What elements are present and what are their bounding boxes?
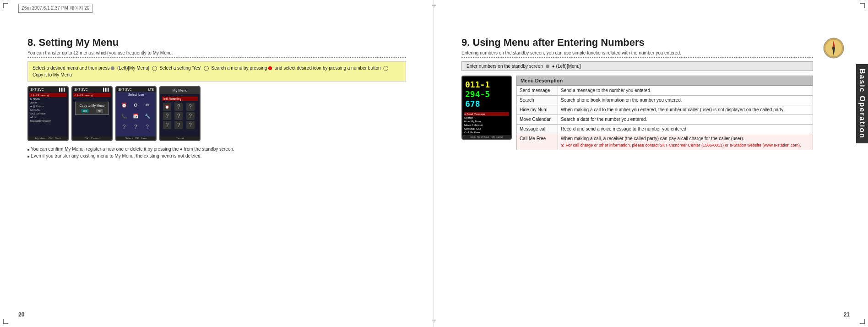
icon-grid: ⏰ ⚙ ✉ 📞 📅 🔧 ? ? ? — [117, 98, 155, 134]
section-title-left: 8. Setting My Menu — [27, 37, 406, 49]
instruction-box: Select a desired menu and then press (Le… — [27, 61, 406, 82]
phone-menu-overlay: ● Send Message Search Hide My Num Move C… — [462, 111, 511, 135]
menu-item-4: ● @Playon — [29, 104, 67, 108]
menu-item-3: Junie — [29, 101, 67, 104]
icon-cell-3: ✉ — [142, 100, 152, 110]
icon-cell-2: ⚙ — [130, 100, 141, 110]
number-line-1: 011-1 — [465, 80, 508, 89]
icon-cell-9: ? — [142, 122, 152, 132]
screen-2-header-right: ▌▌▌ — [103, 88, 110, 91]
screen-4-icon-9: ? — [186, 121, 195, 129]
menu-name-6: Call Me Free — [517, 134, 558, 150]
section-desc-left: You can transfer up to 12 menus, which y… — [27, 50, 406, 58]
select-icon-label: Select Icon — [116, 92, 156, 97]
yes-no-dialog: Copy to My Menu Yes No — [75, 102, 109, 115]
enter-bar-action: ● (Left)[Menu] — [552, 64, 581, 69]
menu-item-8: KoreaSKTelecom — [29, 119, 67, 123]
note-1: You can confirm My Menu, register a new … — [27, 146, 406, 153]
screen-4-icon-6: ? — [186, 112, 195, 120]
screen-4-icon-8: ? — [174, 121, 183, 129]
screen-2-header: SKT SVC ▌▌▌ — [72, 87, 112, 92]
menu-desc-header: Menu Description — [516, 76, 813, 86]
header-stamp: Z6m 2007.6.1 2:37 PM 페이지 20 — [18, 4, 92, 13]
svg-point-4 — [832, 47, 835, 49]
screen-4-icon-7: ? — [163, 121, 171, 129]
side-label: Basic Operation — [856, 64, 868, 143]
screen-4-icons: ⏰ ? ? ? ? ? ? ? ? — [162, 102, 198, 130]
screen-4-body: Intl Roaming ⏰ ? ? ? ? ? ? ? ? — [160, 94, 200, 136]
screen-3-header-left: SKT SVC — [118, 88, 132, 91]
menu-desc-table: Menu Description Send message Send a mes… — [516, 76, 813, 150]
menu-desc-6-text: When making a call, a receiver (the call… — [561, 136, 744, 141]
screen-4-icon-3: ? — [186, 103, 195, 111]
number-line-3: 678 — [465, 99, 508, 109]
screen-2-footer: OK Cancel — [72, 136, 112, 140]
my-menu-title: My Menu — [160, 87, 200, 94]
table-row: Search Search phone book information on … — [517, 96, 813, 105]
enter-numbers-bar: Enter numbers on the standby screen ● (L… — [461, 61, 813, 71]
menu-name-2: Search — [517, 96, 558, 105]
icon-cell-8: ? — [130, 122, 141, 132]
overlay-item-3: Hide My Num — [464, 120, 509, 123]
overlay-item-1: ● Send Message — [464, 112, 509, 116]
screen-3-header: SKT SVC LTE — [116, 87, 156, 92]
left-page: Z6m 2007.6.1 2:37 PM 페이지 20 8. Setting M… — [0, 0, 434, 327]
menu-name-5: Message call — [517, 125, 558, 134]
overlay-item-5: Message Call — [464, 127, 509, 131]
menu-desc-3: When making a call to the number you ent… — [558, 105, 813, 115]
screen-4-icon-1: ⏰ — [163, 103, 171, 111]
bullet-red-1 — [268, 66, 272, 70]
screen-4-icon-2: ? — [174, 103, 183, 111]
menu-name-1: Send message — [517, 86, 558, 96]
icon-cell-7: ? — [119, 122, 129, 132]
page-number-right: 21 — [844, 311, 850, 318]
phone-screens-row: SKT SVC ▌▌▌ ✓ Intl Roaming N NATE Junie … — [27, 86, 406, 141]
phone-screen-3: SKT SVC LTE Select Icon ⏰ ⚙ ✉ 📞 📅 🔧 ? ? … — [115, 86, 157, 141]
phone-preview-footer: Menu Put off Save OK Cancel — [462, 135, 511, 139]
overlay-item-2: Search — [464, 116, 509, 120]
yes-button[interactable]: Yes — [81, 109, 89, 113]
menu-desc-6: When making a call, a receiver (the call… — [558, 134, 813, 150]
phone-screen-1: SKT SVC ▌▌▌ ✓ Intl Roaming N NATE Junie … — [27, 86, 69, 141]
page-container: + + Z6m 2007.6.1 2:37 PM 페이지 20 8. Setti… — [0, 0, 868, 327]
overlay-item-6: Call Me Free — [464, 131, 509, 134]
page-number-left: 20 — [18, 311, 24, 318]
screen-2-header-left: SKT SVC — [74, 88, 88, 91]
note-2: Even if you transfer any existing menu t… — [27, 153, 406, 159]
screen-3-footer: Select OK New — [116, 136, 156, 140]
screen-4-footer: Cancel — [160, 136, 200, 140]
screen-4-icon-4: ? — [163, 112, 171, 120]
enter-bar-text: Enter numbers on the standby screen — [467, 64, 543, 69]
menu-desc-2: Search phone book information on the num… — [558, 96, 813, 105]
screen-3-header-right: LTE — [148, 88, 154, 91]
no-button[interactable]: No — [96, 109, 103, 113]
instruction-text: Select a desired menu and then press (Le… — [33, 65, 390, 77]
phone-screen-4: My Menu Intl Roaming ⏰ ? ? ? ? ? ? ? ? — [159, 86, 201, 141]
right-page: 9. Using Menu after Entering Numbers Ent… — [434, 0, 868, 327]
menu-desc-5: Record and send a voice message to the n… — [558, 125, 813, 134]
menu-item-2: N NATE — [29, 97, 67, 101]
menu-name-3: Hide my Num — [517, 105, 558, 115]
menu-desc-1: Send a message to the number you entered… — [558, 86, 813, 96]
screen-4-icon-5: ? — [174, 112, 183, 120]
menu-name-4: Move Calendar — [517, 115, 558, 125]
compass-icon — [822, 37, 845, 60]
screen-2-body: ✓ Intl Roaming Copy to My Menu Yes No — [72, 92, 112, 136]
menu-desc-4: Search a date for the number you entered… — [558, 115, 813, 125]
menu-item-7: ●114 — [29, 115, 67, 119]
screen-1-body: ✓ Intl Roaming N NATE Junie ● @Playon Gk… — [28, 92, 68, 136]
phone-preview: 011-1 294-5 678 ● Send Message Search Hi… — [461, 76, 512, 140]
screen-3-body: ⏰ ⚙ ✉ 📞 📅 🔧 ? ? ? — [116, 97, 156, 136]
table-row: Hide my Num When making a call to the nu… — [517, 105, 813, 115]
phone-screen-2: SKT SVC ▌▌▌ ✓ Intl Roaming Copy to My Me… — [71, 86, 113, 141]
icon-cell-5: 📅 — [130, 111, 141, 121]
menu-table: Send message Send a message to the numbe… — [516, 86, 813, 150]
bullet-gray-1 — [111, 66, 114, 70]
yes-no-buttons: Yes No — [77, 109, 107, 113]
table-row: Call Me Free When making a call, a recei… — [517, 134, 813, 150]
menu-item-5: Gk GXG — [29, 108, 67, 112]
table-row: Move Calendar Search a date for the numb… — [517, 115, 813, 125]
number-display: 011-1 294-5 678 — [462, 76, 511, 111]
bullet-gray-bar — [546, 65, 549, 68]
screen-1-header-right: ▌▌▌ — [59, 88, 66, 91]
